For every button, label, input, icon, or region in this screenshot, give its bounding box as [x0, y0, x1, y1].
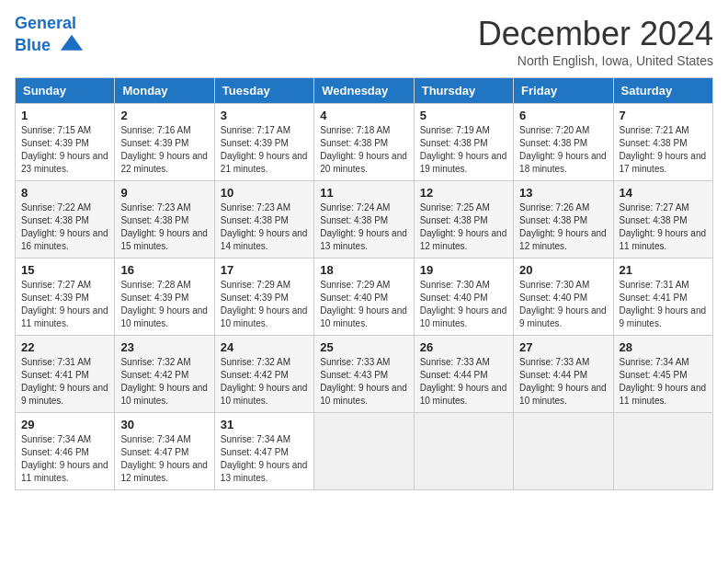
calendar-cell: 1 Sunrise: 7:15 AMSunset: 4:39 PMDayligh…: [16, 104, 115, 181]
day-info: Sunrise: 7:29 AMSunset: 4:40 PMDaylight:…: [320, 279, 407, 330]
calendar-week-row: 1 Sunrise: 7:15 AMSunset: 4:39 PMDayligh…: [16, 104, 713, 181]
day-info: Sunrise: 7:29 AMSunset: 4:39 PMDaylight:…: [221, 279, 308, 330]
day-info: Sunrise: 7:25 AMSunset: 4:38 PMDaylight:…: [420, 201, 507, 253]
day-number: 4: [320, 109, 407, 122]
column-header-thursday: Thursday: [414, 78, 513, 104]
day-info: Sunrise: 7:24 AMSunset: 4:38 PMDaylight:…: [320, 201, 407, 253]
day-number: 3: [221, 109, 308, 122]
day-info: Sunrise: 7:27 AMSunset: 4:39 PMDaylight:…: [21, 279, 108, 330]
day-info: Sunrise: 7:34 AMSunset: 4:47 PMDaylight:…: [120, 433, 208, 485]
location-subtitle: North English, Iowa, United States: [478, 53, 713, 68]
day-info: Sunrise: 7:18 AMSunset: 4:38 PMDaylight:…: [320, 124, 407, 176]
calendar-week-row: 15 Sunrise: 7:27 AMSunset: 4:39 PMDaylig…: [16, 259, 713, 336]
day-info: Sunrise: 7:34 AMSunset: 4:46 PMDaylight:…: [21, 433, 108, 485]
logo-icon: [59, 33, 85, 59]
calendar-cell: 3 Sunrise: 7:17 AMSunset: 4:39 PMDayligh…: [214, 104, 313, 181]
day-info: Sunrise: 7:16 AMSunset: 4:39 PMDaylight:…: [120, 124, 208, 176]
calendar-cell: 17 Sunrise: 7:29 AMSunset: 4:39 PMDaylig…: [214, 259, 313, 336]
column-header-saturday: Saturday: [613, 78, 712, 104]
day-number: 19: [420, 263, 507, 277]
calendar-cell: 15 Sunrise: 7:27 AMSunset: 4:39 PMDaylig…: [16, 259, 115, 336]
calendar-cell: 23 Sunrise: 7:32 AMSunset: 4:42 PMDaylig…: [115, 336, 214, 413]
calendar-cell: 31 Sunrise: 7:34 AMSunset: 4:47 PMDaylig…: [214, 413, 313, 490]
day-number: 29: [21, 418, 108, 431]
calendar-cell: 7 Sunrise: 7:21 AMSunset: 4:38 PMDayligh…: [613, 104, 712, 181]
day-number: 14: [620, 186, 707, 200]
title-block: December 2024 North English, Iowa, Unite…: [478, 15, 713, 68]
calendar-week-row: 8 Sunrise: 7:22 AMSunset: 4:38 PMDayligh…: [16, 181, 713, 259]
day-info: Sunrise: 7:27 AMSunset: 4:38 PMDaylight:…: [620, 201, 707, 253]
day-info: Sunrise: 7:33 AMSunset: 4:44 PMDaylight:…: [519, 356, 607, 408]
day-number: 9: [120, 186, 208, 200]
day-number: 7: [620, 109, 707, 122]
logo: General Blue: [15, 15, 85, 59]
day-number: 27: [519, 340, 607, 354]
day-number: 28: [620, 340, 707, 354]
day-number: 18: [320, 263, 407, 277]
day-info: Sunrise: 7:31 AMSunset: 4:41 PMDaylight:…: [21, 356, 108, 408]
calendar-week-row: 29 Sunrise: 7:34 AMSunset: 4:46 PMDaylig…: [16, 413, 713, 490]
calendar-cell: 5 Sunrise: 7:19 AMSunset: 4:38 PMDayligh…: [414, 104, 513, 181]
column-header-friday: Friday: [514, 78, 613, 104]
calendar-cell: 30 Sunrise: 7:34 AMSunset: 4:47 PMDaylig…: [115, 413, 214, 490]
calendar-cell: 27 Sunrise: 7:33 AMSunset: 4:44 PMDaylig…: [514, 336, 613, 413]
day-info: Sunrise: 7:23 AMSunset: 4:38 PMDaylight:…: [120, 201, 208, 253]
calendar-cell: [414, 413, 513, 490]
day-info: Sunrise: 7:22 AMSunset: 4:38 PMDaylight:…: [21, 201, 108, 253]
day-number: 20: [519, 263, 607, 277]
day-number: 24: [221, 340, 308, 354]
day-info: Sunrise: 7:30 AMSunset: 4:40 PMDaylight:…: [420, 279, 507, 330]
day-info: Sunrise: 7:32 AMSunset: 4:42 PMDaylight:…: [120, 356, 208, 408]
logo-general: General: [15, 14, 76, 32]
calendar-cell: 22 Sunrise: 7:31 AMSunset: 4:41 PMDaylig…: [16, 336, 115, 413]
calendar-cell: 16 Sunrise: 7:28 AMSunset: 4:39 PMDaylig…: [115, 259, 214, 336]
day-info: Sunrise: 7:23 AMSunset: 4:38 PMDaylight:…: [221, 201, 308, 253]
calendar-body: 1 Sunrise: 7:15 AMSunset: 4:39 PMDayligh…: [16, 104, 713, 490]
day-number: 25: [320, 340, 407, 354]
day-number: 21: [620, 263, 707, 277]
day-info: Sunrise: 7:32 AMSunset: 4:42 PMDaylight:…: [221, 356, 308, 408]
calendar-cell: 19 Sunrise: 7:30 AMSunset: 4:40 PMDaylig…: [414, 259, 513, 336]
calendar-cell: 8 Sunrise: 7:22 AMSunset: 4:38 PMDayligh…: [16, 181, 115, 259]
day-number: 17: [221, 263, 308, 277]
column-header-sunday: Sunday: [16, 78, 115, 104]
page-header: General Blue December 2024 North English…: [15, 15, 713, 68]
calendar-header-row: SundayMondayTuesdayWednesdayThursdayFrid…: [16, 78, 713, 104]
calendar-cell: 2 Sunrise: 7:16 AMSunset: 4:39 PMDayligh…: [115, 104, 214, 181]
calendar-table: SundayMondayTuesdayWednesdayThursdayFrid…: [15, 77, 713, 490]
calendar-cell: 20 Sunrise: 7:30 AMSunset: 4:40 PMDaylig…: [514, 259, 613, 336]
calendar-cell: 14 Sunrise: 7:27 AMSunset: 4:38 PMDaylig…: [613, 181, 712, 259]
calendar-cell: 21 Sunrise: 7:31 AMSunset: 4:41 PMDaylig…: [613, 259, 712, 336]
calendar-cell: 4 Sunrise: 7:18 AMSunset: 4:38 PMDayligh…: [314, 104, 414, 181]
calendar-cell: [514, 413, 613, 490]
day-info: Sunrise: 7:33 AMSunset: 4:43 PMDaylight:…: [320, 356, 407, 408]
day-number: 23: [120, 340, 208, 354]
day-info: Sunrise: 7:19 AMSunset: 4:38 PMDaylight:…: [420, 124, 507, 176]
calendar-cell: 11 Sunrise: 7:24 AMSunset: 4:38 PMDaylig…: [314, 181, 414, 259]
day-number: 30: [120, 418, 208, 431]
day-number: 22: [21, 340, 108, 354]
day-number: 31: [221, 418, 308, 431]
calendar-cell: 18 Sunrise: 7:29 AMSunset: 4:40 PMDaylig…: [314, 259, 414, 336]
day-number: 5: [420, 109, 507, 122]
day-info: Sunrise: 7:26 AMSunset: 4:38 PMDaylight:…: [519, 201, 607, 253]
day-info: Sunrise: 7:21 AMSunset: 4:38 PMDaylight:…: [620, 124, 707, 176]
day-info: Sunrise: 7:28 AMSunset: 4:39 PMDaylight:…: [120, 279, 208, 330]
day-number: 12: [420, 186, 507, 200]
day-number: 1: [21, 109, 108, 122]
day-info: Sunrise: 7:20 AMSunset: 4:38 PMDaylight:…: [519, 124, 607, 176]
day-number: 6: [519, 109, 607, 122]
calendar-cell: 25 Sunrise: 7:33 AMSunset: 4:43 PMDaylig…: [314, 336, 414, 413]
calendar-cell: 9 Sunrise: 7:23 AMSunset: 4:38 PMDayligh…: [115, 181, 214, 259]
day-number: 11: [320, 186, 407, 200]
month-title: December 2024: [478, 15, 713, 53]
calendar-week-row: 22 Sunrise: 7:31 AMSunset: 4:41 PMDaylig…: [16, 336, 713, 413]
day-number: 15: [21, 263, 108, 277]
day-info: Sunrise: 7:17 AMSunset: 4:39 PMDaylight:…: [221, 124, 308, 176]
calendar-cell: 12 Sunrise: 7:25 AMSunset: 4:38 PMDaylig…: [414, 181, 513, 259]
day-info: Sunrise: 7:15 AMSunset: 4:39 PMDaylight:…: [21, 124, 108, 176]
day-number: 10: [221, 186, 308, 200]
day-number: 26: [420, 340, 507, 354]
calendar-cell: [613, 413, 712, 490]
calendar-cell: 13 Sunrise: 7:26 AMSunset: 4:38 PMDaylig…: [514, 181, 613, 259]
